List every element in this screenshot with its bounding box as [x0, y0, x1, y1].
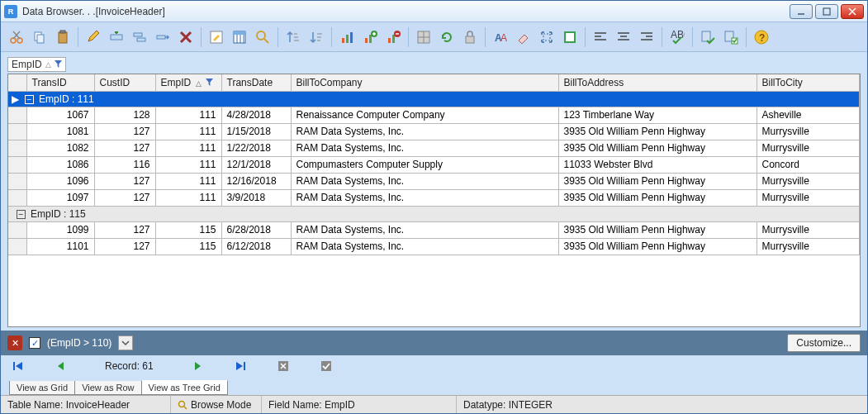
cell-transdate[interactable]: 1/15/2018 [221, 123, 291, 140]
nav-prev-button[interactable] [54, 359, 69, 374]
cell-billtocity[interactable]: Murrysville [757, 221, 860, 238]
cell-transid[interactable]: 1097 [26, 189, 94, 206]
sort-desc-icon[interactable] [306, 26, 327, 48]
cell-custid[interactable]: 127 [94, 140, 155, 156]
cell-billtocompany[interactable]: RAM Data Systems, Inc. [291, 173, 558, 189]
move-row-icon[interactable] [152, 26, 173, 48]
cell-transdate[interactable]: 4/28/2018 [221, 107, 291, 123]
highlight-icon[interactable] [559, 26, 581, 48]
table-row[interactable]: 10671281114/28/2018Renaissance Computer … [8, 107, 860, 123]
cell-transdate[interactable]: 1/22/2018 [221, 140, 291, 156]
cell-billtoaddress[interactable]: 3935 Old William Penn Highway [558, 123, 757, 140]
align-left-icon[interactable] [590, 26, 611, 48]
cell-custid[interactable]: 127 [94, 189, 155, 206]
customize-filter-button[interactable]: Customize... [787, 334, 861, 352]
table-row[interactable]: 10991271156/28/2018RAM Data Systems, Inc… [8, 221, 860, 238]
cell-empid[interactable]: 111 [155, 107, 221, 123]
cell-custid[interactable]: 127 [94, 173, 155, 189]
cell-empid[interactable]: 111 [155, 173, 221, 189]
cell-custid[interactable]: 127 [94, 123, 155, 140]
cell-billtoaddress[interactable]: 123 Timberlane Way [558, 107, 757, 123]
cell-transid[interactable]: 1086 [26, 156, 94, 173]
help-icon[interactable]: ? [751, 26, 772, 48]
cell-billtocity[interactable]: Murrysville [757, 189, 860, 206]
cell-transid[interactable]: 1096 [26, 173, 94, 189]
cell-transdate[interactable]: 6/12/2018 [221, 238, 291, 255]
table-row[interactable]: 10811271111/15/2018RAM Data Systems, Inc… [8, 123, 860, 140]
cell-transdate[interactable]: 12/1/2018 [221, 156, 291, 173]
cell-transdate[interactable]: 12/16/2018 [221, 173, 291, 189]
table-row[interactable]: 108611611112/1/2018Compumasters Computer… [8, 156, 860, 173]
tab-view-tree-grid[interactable]: View as Tree Grid [141, 380, 228, 395]
eraser-icon[interactable] [513, 26, 534, 48]
cell-empid[interactable]: 111 [155, 123, 221, 140]
cell-billtoaddress[interactable]: 3935 Old William Penn Highway [558, 221, 757, 238]
align-center-icon[interactable] [613, 26, 634, 48]
copy-icon[interactable] [29, 26, 50, 48]
table-columns-icon[interactable] [229, 26, 250, 48]
cell-transid[interactable]: 1081 [26, 123, 94, 140]
nav-cancel-button[interactable] [276, 359, 291, 374]
cell-billtocity[interactable]: Murrysville [757, 123, 860, 140]
table-row[interactable]: 11011271156/12/2018RAM Data Systems, Inc… [8, 238, 860, 255]
grid-icon[interactable] [413, 26, 434, 48]
cut-icon[interactable] [6, 26, 27, 48]
refresh-icon[interactable] [436, 26, 458, 48]
row-handle[interactable] [8, 238, 26, 255]
duplicate-row-icon[interactable] [129, 26, 150, 48]
row-handle[interactable] [8, 107, 26, 123]
cell-empid[interactable]: 115 [155, 238, 221, 255]
cell-custid[interactable]: 127 [94, 221, 155, 238]
sort-asc-icon[interactable] [282, 26, 304, 48]
col-billtocompany[interactable]: BillToCompany [291, 74, 558, 91]
cell-custid[interactable]: 128 [94, 107, 155, 123]
cell-transid[interactable]: 1101 [26, 238, 94, 255]
row-handle[interactable] [8, 140, 26, 156]
clear-filter-button[interactable]: ✕ [7, 335, 22, 350]
form-edit-icon[interactable] [206, 26, 227, 48]
cell-billtocompany[interactable]: RAM Data Systems, Inc. [291, 123, 558, 140]
minimize-button[interactable] [790, 4, 813, 19]
paste-icon[interactable] [52, 26, 74, 48]
close-button[interactable] [841, 4, 864, 19]
nav-first-button[interactable] [11, 359, 26, 374]
cell-billtocity[interactable]: Murrysville [757, 173, 860, 189]
spellcheck-icon[interactable]: ABC [666, 26, 688, 48]
cell-empid[interactable]: 111 [155, 140, 221, 156]
group-chip-empid[interactable]: EmpID △ [7, 57, 66, 72]
col-custid[interactable]: CustID [94, 74, 155, 91]
cell-billtoaddress[interactable]: 3935 Old William Penn Highway [558, 173, 757, 189]
cell-billtocompany[interactable]: Compumasters Computer Supply [291, 156, 558, 173]
cell-billtocompany[interactable]: RAM Data Systems, Inc. [291, 238, 558, 255]
cell-empid[interactable]: 111 [155, 189, 221, 206]
col-empid[interactable]: EmpID △ [155, 74, 221, 91]
cell-billtocity[interactable]: Murrysville [757, 140, 860, 156]
edit-icon[interactable] [83, 26, 104, 48]
font-icon[interactable]: AA [490, 26, 511, 48]
cell-billtocompany[interactable]: Renaissance Computer Company [291, 107, 558, 123]
tab-view-grid[interactable]: View as Grid [9, 381, 75, 395]
table-row[interactable]: 10971271113/9/2018RAM Data Systems, Inc.… [8, 189, 860, 206]
cell-billtocompany[interactable]: RAM Data Systems, Inc. [291, 221, 558, 238]
filter-dropdown[interactable] [118, 335, 133, 350]
col-transdate[interactable]: TransDate [221, 74, 291, 91]
row-handle[interactable] [8, 173, 26, 189]
cell-billtoaddress[interactable]: 3935 Old William Penn Highway [558, 238, 757, 255]
align-right-icon[interactable] [636, 26, 657, 48]
col-billtoaddress[interactable]: BillToAddress [558, 74, 757, 91]
check-task-icon[interactable] [697, 26, 719, 48]
cell-billtoaddress[interactable]: 3935 Old William Penn Highway [558, 140, 757, 156]
cell-billtocity[interactable]: Asheville [757, 107, 860, 123]
row-handle[interactable] [8, 189, 26, 206]
cell-billtocompany[interactable]: RAM Data Systems, Inc. [291, 189, 558, 206]
cell-billtocity[interactable]: Concord [757, 156, 860, 173]
cell-transid[interactable]: 1067 [26, 107, 94, 123]
cell-transdate[interactable]: 6/28/2018 [221, 221, 291, 238]
cell-empid[interactable]: 111 [155, 156, 221, 173]
nav-next-button[interactable] [190, 359, 205, 374]
cell-transid[interactable]: 1082 [26, 140, 94, 156]
cell-transdate[interactable]: 3/9/2018 [221, 189, 291, 206]
chart-icon[interactable] [336, 26, 358, 48]
group-by-panel[interactable]: EmpID △ [1, 52, 867, 74]
tab-view-row[interactable]: View as Row [74, 381, 141, 395]
